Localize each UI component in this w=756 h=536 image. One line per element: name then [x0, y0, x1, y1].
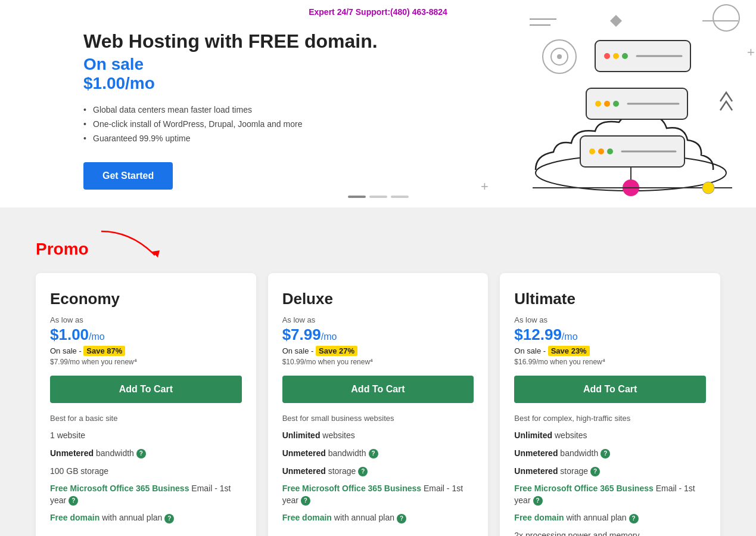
add-to-cart-button[interactable]: Add To Cart	[282, 376, 474, 403]
save-badge: Save 23%	[548, 346, 590, 356]
save-badge: Save 87%	[83, 346, 125, 356]
plan-price: $7.99/mo	[282, 326, 474, 344]
plan-as-low-as: As low as	[514, 315, 706, 324]
feature-item: Free Microsoft Office 365 Business Email…	[514, 483, 706, 506]
svg-point-12	[613, 53, 619, 59]
help-icon[interactable]: ?	[533, 496, 543, 506]
plan-renew: $16.99/mo when you renew⁴	[514, 358, 706, 366]
hero-section: Expert 24/7 Support:(480) 463-8824 Web H…	[0, 0, 756, 207]
scroll-dot-3	[391, 196, 409, 198]
help-icon[interactable]: ?	[590, 467, 600, 476]
svg-point-23	[607, 148, 613, 154]
feature-item: Free domain with annual plan?	[514, 512, 706, 524]
plan-name: Deluxe	[282, 290, 474, 308]
plans-grid: Economy As low as $1.00/mo On sale - Sav…	[36, 273, 720, 536]
plan-features: Unlimited websitesUnmetered bandwidth?Un…	[514, 430, 706, 536]
help-icon[interactable]: ?	[629, 514, 639, 523]
help-icon[interactable]: ?	[397, 514, 406, 523]
feature-item: 100 GB storage	[50, 466, 242, 478]
plan-best-for: Best for a basic site	[50, 414, 242, 423]
feature-item: Unmetered bandwidth?	[282, 448, 474, 460]
svg-text:+: +	[481, 179, 489, 194]
plan-best-for: Best for complex, high-traffic sites	[514, 414, 706, 423]
feature-item: Free domain with annual plan?	[282, 512, 474, 524]
feature-item: Free Microsoft Office 365 Business Email…	[282, 483, 474, 506]
plan-renew: $7.99/mo when you renew⁴	[50, 358, 242, 366]
hero-illustration: + + +	[446, 0, 756, 203]
plan-price: $1.00/mo	[50, 326, 242, 344]
feature-item: Unlimited websites	[282, 430, 474, 442]
plan-as-low-as: As low as	[282, 315, 474, 324]
help-icon[interactable]: ?	[601, 449, 610, 458]
feature-item: Unmetered storage?	[514, 466, 706, 478]
plan-best-for: Best for small business websites	[282, 414, 474, 423]
plan-card-1: Deluxe As low as $7.99/mo On sale - Save…	[268, 273, 489, 536]
hero-title: Web Hosting with FREE domain.	[83, 30, 429, 52]
help-icon[interactable]: ?	[301, 496, 310, 506]
scroll-dot-1	[348, 196, 366, 198]
feature-item: Free domain with annual plan?	[50, 512, 242, 524]
hero-bullet: Guaranteed 99.9% uptime	[83, 134, 429, 143]
plan-card-2: Ultimate As low as $12.99/mo On sale - S…	[500, 273, 720, 536]
svg-point-11	[604, 53, 610, 59]
feature-item: Unmetered storage?	[282, 466, 474, 478]
promo-label: Promo	[36, 240, 89, 259]
svg-point-18	[613, 101, 619, 107]
plan-name: Ultimate	[514, 290, 706, 308]
help-icon[interactable]: ?	[358, 467, 368, 476]
plan-sale: On sale - Save 27%	[282, 346, 474, 355]
feature-item: 2x processing power and memory	[514, 530, 706, 536]
scroll-dots	[348, 196, 409, 198]
hero-sale-label: On sale $1.00/mo	[83, 55, 429, 93]
add-to-cart-button[interactable]: Add To Cart	[514, 376, 706, 403]
plan-price: $12.99/mo	[514, 326, 706, 344]
plan-as-low-as: As low as	[50, 315, 242, 324]
help-icon[interactable]: ?	[136, 449, 146, 458]
support-text: Expert 24/7 Support:(480) 463-8824	[309, 7, 447, 17]
promo-label-area: Promo	[36, 225, 720, 261]
plan-features: Unlimited websitesUnmetered bandwidth?Un…	[282, 430, 474, 524]
svg-point-21	[589, 148, 595, 154]
svg-point-0	[713, 5, 739, 31]
svg-point-4	[557, 54, 562, 59]
help-icon[interactable]: ?	[164, 514, 174, 523]
feature-item: 1 website	[50, 430, 242, 442]
svg-point-28	[702, 182, 714, 194]
add-to-cart-button[interactable]: Add To Cart	[50, 376, 242, 403]
svg-text:+: +	[747, 45, 755, 60]
feature-item: Unmetered bandwidth?	[514, 448, 706, 460]
hero-bullet: One-click install of WordPress, Drupal, …	[83, 119, 429, 129]
feature-item: Unlimited websites	[514, 430, 706, 442]
svg-point-16	[595, 101, 601, 107]
svg-point-22	[598, 148, 604, 154]
svg-point-17	[604, 101, 610, 107]
plan-features: 1 websiteUnmetered bandwidth?100 GB stor…	[50, 430, 242, 524]
plan-renew: $10.99/mo when you renew⁴	[282, 358, 474, 366]
hero-bullet: Global data centers mean faster load tim…	[83, 105, 429, 114]
get-started-button[interactable]: Get Started	[83, 162, 173, 190]
save-badge: Save 27%	[316, 346, 357, 356]
svg-marker-5	[610, 15, 622, 27]
plan-sale: On sale - Save 87%	[50, 346, 242, 355]
hero-bullets: Global data centers mean faster load tim…	[83, 105, 429, 143]
scroll-dot-2	[369, 196, 387, 198]
help-icon[interactable]: ?	[369, 449, 378, 458]
feature-item: Unmetered bandwidth?	[50, 448, 242, 460]
svg-point-13	[622, 53, 628, 59]
promo-section: Promo Economy As low as $1.00/mo On sale…	[0, 207, 756, 536]
feature-item: Free Microsoft Office 365 Business Email…	[50, 483, 242, 506]
plan-name: Economy	[50, 290, 242, 308]
promo-arrow-icon	[95, 225, 167, 261]
help-icon[interactable]: ?	[69, 496, 78, 506]
plan-card-0: Economy As low as $1.00/mo On sale - Sav…	[36, 273, 256, 536]
plan-sale: On sale - Save 23%	[514, 346, 706, 355]
